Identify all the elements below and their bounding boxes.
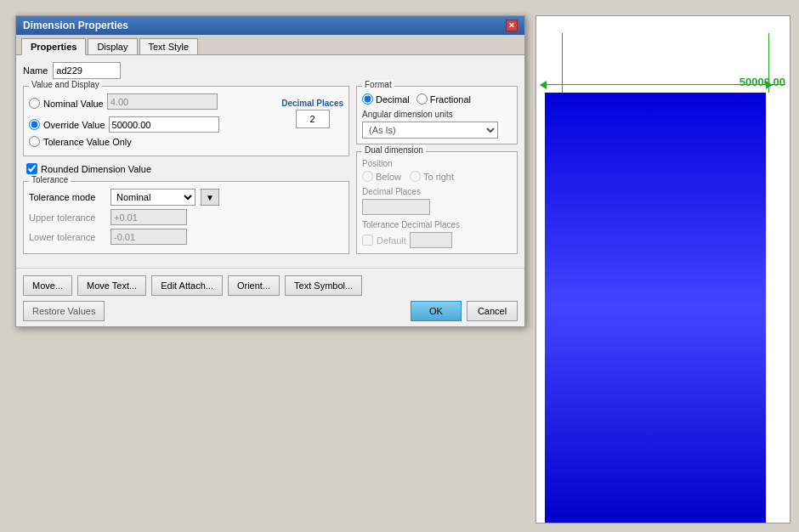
dual-content: Position Below To right <box>362 159 512 248</box>
tolerance-content: Tolerance mode Nominal ▼ Upper tolerance <box>29 189 343 245</box>
tol-decimal-row: Default <box>362 232 512 248</box>
format-title: Format <box>362 80 394 89</box>
value-display-section: Value and Display Nominal Value Override… <box>23 86 349 156</box>
tol-decimal-input[interactable] <box>410 232 452 248</box>
lower-tolerance-label: Lower tolerance <box>29 232 105 242</box>
dialog-title: Dimension Properties <box>23 20 128 31</box>
dimension-properties-dialog: Dimension Properties ✕ Properties Displa… <box>15 15 525 327</box>
upper-tolerance-row: Upper tolerance <box>29 209 343 225</box>
cad-dim-value: 50000.00 <box>740 76 785 88</box>
override-label: Override Value <box>43 120 105 130</box>
cad-arrow-left <box>540 81 547 89</box>
tol-decimal-default-checkbox[interactable] <box>362 235 373 246</box>
move-text-button[interactable]: Move Text... <box>77 275 146 296</box>
nominal-label: Nominal Value <box>43 99 104 109</box>
override-input[interactable] <box>109 116 219 133</box>
restore-values-button[interactable]: Restore Values <box>23 301 105 321</box>
tolerance-mode-label: Tolerance mode <box>29 192 105 202</box>
text-symbol-button[interactable]: Text Symbol... <box>285 275 362 296</box>
nominal-input[interactable] <box>107 93 218 110</box>
to-right-radio[interactable] <box>410 171 421 182</box>
decimal-places-input[interactable] <box>296 110 330 128</box>
nominal-row: Nominal Value <box>29 93 289 113</box>
tolerance-value-only-label: Tolerance Value Only <box>43 137 132 147</box>
fractional-radio[interactable] <box>416 93 428 105</box>
orient-button[interactable]: Orient... <box>228 275 280 296</box>
tol-decimal-label: Tolerance Decimal Places <box>362 220 512 229</box>
decimal-places-label: Decimal Places <box>281 99 343 108</box>
name-input[interactable] <box>53 62 121 79</box>
position-label: Position <box>362 159 512 168</box>
override-radio[interactable] <box>29 119 40 130</box>
edit-attach-button[interactable]: Edit Attach... <box>151 275 223 296</box>
cad-blue-column <box>545 93 766 523</box>
dual-decimal-label: Decimal Places <box>362 187 512 196</box>
cad-canvas: 50000.00 <box>536 16 790 523</box>
angular-select[interactable]: (As Is) <box>362 122 498 139</box>
tolerance-section: Tolerance Tolerance mode Nominal ▼ Upper… <box>23 181 349 254</box>
action-buttons-row: Move... Move Text... Edit Attach... Orie… <box>16 268 524 301</box>
decimal-radio[interactable] <box>362 93 373 105</box>
dialog-titlebar: Dimension Properties ✕ <box>16 16 524 35</box>
rounded-row: Rounded Dimension Value <box>26 163 349 174</box>
upper-tolerance-input[interactable] <box>110 209 187 225</box>
nominal-radio[interactable] <box>29 98 40 109</box>
dual-decimal-input[interactable] <box>362 199 430 215</box>
format-content: Decimal Fractional Angular dimension uni… <box>362 93 512 139</box>
tolerance-mode-select[interactable]: Nominal <box>110 189 196 206</box>
ok-button[interactable]: OK <box>411 301 462 321</box>
position-radio-group: Below To right <box>362 171 512 182</box>
name-row: Name <box>23 62 518 79</box>
upper-tolerance-label: Upper tolerance <box>29 212 105 223</box>
decimal-places-box: Decimal Places <box>281 99 343 128</box>
move-button[interactable]: Move... <box>23 275 72 296</box>
angular-label: Angular dimension units <box>362 110 512 119</box>
main-two-col: Value and Display Nominal Value Override… <box>23 86 518 261</box>
format-radio-row: Decimal Fractional <box>362 93 512 105</box>
rounded-checkbox[interactable] <box>26 163 37 174</box>
tab-display[interactable]: Display <box>88 38 137 54</box>
right-column: Format Decimal Fractional <box>356 86 518 261</box>
close-button[interactable]: ✕ <box>506 20 518 31</box>
tab-text-style[interactable]: Text Style <box>139 38 199 54</box>
dual-dimension-section: Dual dimension Position Below To <box>356 151 518 254</box>
dialog-content: Name Value and Display Nominal Value <box>16 55 524 268</box>
tolerance-radio[interactable] <box>29 136 40 147</box>
tolerance-mode-row: Tolerance mode Nominal ▼ <box>29 189 343 206</box>
cad-viewport: 50000.00 <box>536 15 790 524</box>
tab-bar: Properties Display Text Style <box>16 35 524 55</box>
tolerance-radio-row: Tolerance Value Only <box>29 136 289 147</box>
lower-tolerance-row: Lower tolerance <box>29 229 343 245</box>
below-label: Below <box>362 171 401 182</box>
dual-title: Dual dimension <box>362 145 426 155</box>
below-radio[interactable] <box>362 171 373 182</box>
tab-properties[interactable]: Properties <box>21 38 86 55</box>
lower-tolerance-input[interactable] <box>110 229 187 245</box>
value-display-title: Value and Display <box>29 80 102 89</box>
cancel-button[interactable]: Cancel <box>467 301 518 321</box>
name-label: Name <box>23 65 48 76</box>
ok-cancel-row: Restore Values OK Cancel <box>16 301 524 326</box>
fractional-format-label: Fractional <box>416 93 471 105</box>
override-row: Override Value <box>29 116 289 133</box>
decimal-format-label: Decimal <box>362 93 410 105</box>
tolerance-title: Tolerance <box>29 175 71 184</box>
value-display-content: Nominal Value Override Value Tolerance V <box>29 93 289 147</box>
rounded-label: Rounded Dimension Value <box>41 164 151 174</box>
left-column: Value and Display Nominal Value Override… <box>23 86 349 261</box>
tol-decimal-default-label: Default <box>377 235 406 246</box>
tolerance-mode-dropdown-btn[interactable]: ▼ <box>201 189 219 206</box>
format-section: Format Decimal Fractional <box>356 86 518 144</box>
to-right-label: To right <box>410 171 454 182</box>
